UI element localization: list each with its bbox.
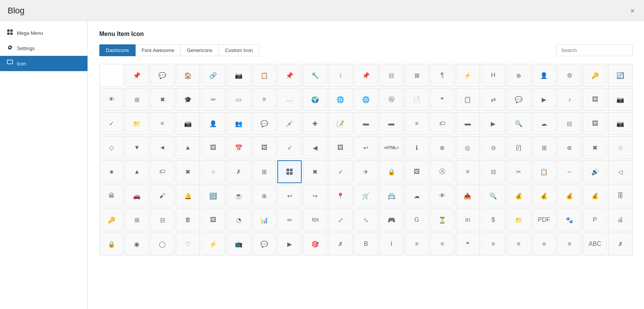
icon-cell[interactable]: 📋 <box>456 88 480 111</box>
icon-cell[interactable]: 🏠 <box>176 64 200 87</box>
icon-cell[interactable]: ✖ <box>303 160 327 183</box>
icon-cell[interactable]: ⚙ <box>557 64 582 87</box>
icon-cell[interactable]: 💉 <box>277 112 302 135</box>
sidebar-item-mega-menu[interactable]: Mega Menu <box>0 25 87 41</box>
icon-cell[interactable]: 💬 <box>252 233 277 255</box>
icon-cell[interactable]: B <box>354 233 378 255</box>
icon-cell[interactable]: ≡ <box>150 112 175 135</box>
icon-cell[interactable]: 🖼 <box>201 208 225 231</box>
icon-cell[interactable]: ▼ <box>125 136 149 159</box>
icon-cell[interactable]: PDF <box>532 208 557 231</box>
icon-cell[interactable]: ≡ <box>557 233 582 255</box>
icon-cell[interactable]: ↔ <box>557 160 582 183</box>
icon-cell[interactable]: ↕ <box>328 64 353 87</box>
icon-cell[interactable]: 👁 <box>430 184 455 207</box>
icon-cell[interactable]: 🍽 <box>303 208 327 231</box>
icon-cell[interactable]: ✂ <box>506 160 531 183</box>
icon-cell[interactable]: ❝ <box>456 233 480 255</box>
icon-cell[interactable]: 🔢 <box>201 184 225 207</box>
icon-cell[interactable]: ▬ <box>456 112 480 135</box>
icon-cell[interactable]: ▲ <box>125 160 149 183</box>
icon-cell[interactable]: 📝 <box>328 112 353 135</box>
icon-cell[interactable]: 💰 <box>583 184 607 207</box>
icon-cell[interactable]: 💰 <box>532 184 557 207</box>
icon-cell[interactable]: 🏷 <box>150 160 175 183</box>
icon-cell[interactable]: … <box>277 88 302 111</box>
icon-cell[interactable]: 📋 <box>252 64 277 87</box>
icon-cell[interactable]: 🔊 <box>583 160 607 183</box>
icon-cell[interactable]: 🌐 <box>328 88 353 111</box>
icon-cell[interactable]: 📊 <box>252 208 277 231</box>
icon-cell[interactable]: ☁ <box>532 112 557 135</box>
icon-cell[interactable] <box>277 160 302 183</box>
icon-cell[interactable]: ⊞ <box>125 88 149 111</box>
icon-cell[interactable]: 📋 <box>532 160 557 183</box>
icon-cell[interactable]: 🛒 <box>354 184 378 207</box>
icon-cell[interactable]: ★ <box>99 160 124 183</box>
icon-cell[interactable]: ⊕ <box>506 64 531 87</box>
icon-cell[interactable]: G <box>405 208 429 231</box>
icon-cell[interactable]: 🔄 <box>608 64 633 87</box>
icon-cell[interactable]: ABC <box>583 233 607 255</box>
icon-cell[interactable]: 🎓 <box>176 88 200 111</box>
icon-cell[interactable]: 🔑 <box>583 64 607 87</box>
icon-cell[interactable]: ◇ <box>99 136 124 159</box>
icon-cell[interactable]: I <box>379 233 404 255</box>
icon-cell[interactable]: 👁 <box>99 88 124 111</box>
icon-cell[interactable]: ☕ <box>227 184 251 207</box>
icon-cell[interactable]: 🖼 <box>252 136 277 159</box>
icon-cell[interactable]: ↩ <box>354 136 378 159</box>
icon-cell[interactable]: 🖌 <box>150 184 175 207</box>
icon-cell[interactable]: ▭ <box>227 88 251 111</box>
icon-cell[interactable]: ☁ <box>405 184 429 207</box>
icon-cell[interactable]: ≡ <box>405 233 429 255</box>
icon-cell[interactable]: 📁 <box>125 112 149 135</box>
icon-cell[interactable]: ↩ <box>277 184 302 207</box>
icon-cell[interactable]: 🔑 <box>99 208 124 231</box>
icon-cell[interactable]: 📇 <box>379 184 404 207</box>
icon-cell[interactable]: ⊞ <box>532 136 557 159</box>
icon-cell[interactable]: 🔒 <box>379 160 404 183</box>
icon-cell[interactable]: ≡ <box>456 160 480 183</box>
icon-cell[interactable]: ⊕ <box>430 136 455 159</box>
icon-cell[interactable]: ✗ <box>328 233 353 255</box>
icon-cell[interactable]: P <box>583 208 607 231</box>
icon-cell[interactable]: 🔍 <box>481 184 505 207</box>
icon-cell[interactable]: 👤 <box>201 112 225 135</box>
icon-cell[interactable]: ≡ <box>405 112 429 135</box>
icon-cell[interactable]: 💬 <box>150 64 175 87</box>
icon-cell[interactable]: ✚ <box>303 112 327 135</box>
icon-cell[interactable]: ◔ <box>227 208 251 231</box>
tab-custom-icon[interactable]: Custom Icon <box>218 44 259 56</box>
icon-cell[interactable]: 🗑 <box>176 208 200 231</box>
icon-cell[interactable]: 💰 <box>506 184 531 207</box>
icon-cell[interactable]: 📤 <box>456 184 480 207</box>
icon-cell[interactable]: ⊞ <box>252 160 277 183</box>
icon-cell[interactable]: ⇄ <box>481 88 505 111</box>
icon-cell[interactable]: ✖ <box>150 88 175 111</box>
sidebar-item-icon[interactable]: Icon <box>0 56 87 71</box>
icon-cell[interactable]: 📺 <box>227 233 251 255</box>
icon-cell[interactable]: 🌐 <box>354 88 378 111</box>
icon-cell[interactable]: 🖼 <box>583 112 607 135</box>
icon-cell[interactable]: 🚗 <box>125 184 149 207</box>
icon-cell[interactable]: ✓ <box>277 136 302 159</box>
icon-cell[interactable]: ▶ <box>277 233 302 255</box>
icon-cell[interactable]: ¶ <box>430 64 455 87</box>
icon-cell[interactable]: 📅 <box>227 136 251 159</box>
icon-cell[interactable]: ⊠ <box>405 64 429 87</box>
icon-cell[interactable]: 🔗 <box>201 64 225 87</box>
icon-cell[interactable]: ▬ <box>379 112 404 135</box>
icon-cell[interactable]: 🏷 <box>430 112 455 135</box>
icon-cell[interactable]: ✈ <box>354 160 378 183</box>
icon-cell[interactable]: ↪ <box>303 184 327 207</box>
icon-cell[interactable]: ⊟ <box>150 208 175 231</box>
icon-cell[interactable]: ◉ <box>125 233 149 255</box>
icon-cell[interactable]: ≡ <box>252 88 277 111</box>
icon-cell[interactable]: ⊟ <box>557 112 582 135</box>
icon-cell[interactable]: Ⓐ <box>430 160 455 183</box>
icon-cell[interactable]: 🖼 <box>405 160 429 183</box>
icon-cell[interactable]: 💬 <box>506 88 531 111</box>
icon-cell[interactable]: ⚡ <box>201 233 225 255</box>
search-input[interactable] <box>556 44 633 56</box>
